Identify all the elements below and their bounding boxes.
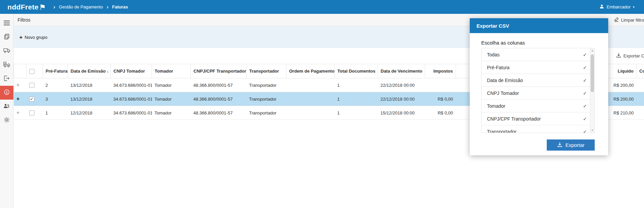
check-icon: ✓ — [583, 78, 587, 83]
column-option-tomador[interactable]: Tomador ✓ — [482, 100, 590, 112]
download-icon — [616, 53, 621, 59]
chevron-down-icon: ▾ — [633, 5, 635, 9]
clear-filter-button[interactable]: Limpar filtro — [614, 14, 644, 26]
download-icon — [557, 142, 563, 149]
truck-cargo-icon — [3, 62, 10, 69]
cell-data-vencimento: 15/12/2018 00:00 — [381, 110, 415, 115]
app-logo[interactable]: nddFrete — [7, 3, 38, 11]
sort-desc-icon: ↓ — [107, 69, 109, 74]
cell-data-vencimento: 22/12/2018 00:00 — [381, 97, 415, 102]
plus-icon: + — [19, 34, 23, 40]
row-checkbox[interactable] — [29, 83, 34, 88]
cell-total-documentos: 1 — [337, 83, 340, 88]
gear-icon — [4, 117, 10, 124]
column-option-pre-fatura[interactable]: Pré-Fatura ✓ — [482, 61, 590, 74]
row-checkbox-checked[interactable]: ✓ — [29, 97, 34, 102]
user-menu-label: Embarcador — [607, 4, 630, 9]
cell-tomador: Tomador — [155, 97, 172, 102]
export-csv-label: Exportar CSV — [623, 53, 644, 58]
expand-row-icon[interactable]: + — [17, 110, 20, 115]
select-all-header[interactable] — [27, 64, 43, 78]
sidebar-item-delivery[interactable] — [0, 58, 13, 72]
cell-data-emissao: 13/12/2018 — [71, 97, 93, 102]
column-option-transportador[interactable]: Transportador ✓ — [482, 125, 590, 133]
column-header-tomador[interactable]: Tomador — [152, 64, 191, 78]
sidebar-item-freight[interactable] — [0, 44, 13, 58]
column-header-cnpj-tomador[interactable]: CNPJ Tomador — [111, 64, 152, 78]
breadcrumb: › Gestão de Pagamento › Faturas — [53, 4, 128, 10]
check-icon: ✓ — [30, 97, 33, 101]
cell-pre-fatura: 1 — [46, 110, 48, 115]
cell-data-emissao: 12/12/2018 — [71, 110, 93, 115]
cell-cnpj-tomador: 34.673.686/0001-01 — [113, 110, 152, 115]
cell-pre-fatura: 2 — [46, 83, 48, 88]
cell-transportador: Transportador — [249, 110, 277, 115]
user-menu[interactable]: Embarcador ▾ — [599, 4, 635, 10]
nddfrete-flag-icon — [40, 4, 45, 10]
expand-row-icon[interactable]: + — [17, 82, 20, 88]
column-option-data-emissao[interactable]: Data de Emissão ✓ — [482, 74, 590, 87]
check-icon: ✓ — [583, 52, 587, 57]
scroll-down-icon[interactable]: ▼ — [590, 128, 594, 133]
column-options-list: Todas ✓ Pré-Fatura ✓ Data de Emissão ✓ C… — [481, 48, 595, 133]
modal-subtitle: Escolha as colunas — [481, 40, 608, 46]
cell-data-emissao: 13/12/2018 — [71, 83, 93, 88]
modal-header: Exportar CSV — [470, 18, 608, 33]
truck-icon — [3, 48, 10, 54]
cell-pre-fatura: 3 — [46, 97, 48, 102]
check-icon: ✓ — [583, 90, 587, 96]
cell-liquido: R$ 200,00 — [614, 97, 634, 102]
breadcrumb-gestao-pagamento[interactable]: Gestão de Pagamento — [59, 4, 103, 9]
new-group-label: Novo grupo — [25, 35, 47, 40]
cell-liquido: R$ 200,00 — [614, 83, 634, 88]
column-header-data-emissao[interactable]: Data de Emissão↓ — [68, 64, 111, 78]
sidebar-item-users[interactable] — [0, 100, 13, 113]
new-group-button[interactable]: + Novo grupo — [19, 34, 47, 40]
column-header-impostos[interactable]: Impostos — [425, 64, 456, 78]
column-option-cnpj-tomador[interactable]: CNPJ Tomador ✓ — [482, 87, 590, 100]
column-option-todas[interactable]: Todas ✓ — [482, 48, 590, 61]
user-icon — [599, 4, 604, 10]
scroll-up-icon[interactable]: ▲ — [590, 48, 594, 53]
column-header-cobranca[interactable]: Cobra — [637, 64, 644, 78]
sidebar-item-menu[interactable] — [0, 17, 13, 30]
column-header-pre-fatura[interactable]: Pré-Fatura — [43, 64, 68, 78]
cell-cnpj-cpf-transportador: 48.366.800/0001-57 — [194, 97, 233, 102]
sidebar-item-payments-active[interactable]: $ — [0, 86, 14, 100]
breadcrumb-faturas[interactable]: Faturas — [112, 4, 128, 9]
column-header-total-documentos[interactable]: Total Documentos — [335, 64, 378, 78]
check-icon: ✓ — [583, 116, 587, 122]
column-header-ordem-pagamento[interactable]: Ordem de Pagamento — [286, 64, 335, 78]
payments-icon: $ — [4, 89, 10, 97]
export-button[interactable]: Exportar — [547, 139, 595, 151]
topbar: nddFrete › Gestão de Pagamento › Faturas… — [0, 0, 644, 14]
expand-column-header — [14, 64, 27, 78]
sidebar-item-export[interactable] — [0, 72, 13, 86]
expand-row-icon[interactable]: + — [17, 96, 20, 102]
breadcrumb-chevron-icon: › — [53, 4, 55, 10]
row-checkbox[interactable] — [29, 110, 34, 115]
cell-impostos: R$ 0,00 — [438, 97, 453, 102]
cell-tomador: Tomador — [155, 83, 172, 88]
cell-cnpj-tomador: 34.673.686/0001-01 — [113, 83, 152, 88]
modal-title: Exportar CSV — [476, 23, 509, 29]
users-icon — [3, 103, 10, 110]
list-scrollbar[interactable]: ▲ ▼ — [590, 48, 594, 133]
column-header-transportador[interactable]: Transportador — [247, 64, 286, 78]
cell-data-vencimento: 22/12/2018 00:00 — [381, 83, 415, 88]
filters-title: Filtros — [18, 17, 30, 23]
select-all-checkbox[interactable] — [29, 69, 34, 74]
sidebar-item-settings[interactable] — [0, 113, 13, 127]
documents-copy-icon — [4, 34, 9, 41]
cell-total-documentos: 1 — [337, 97, 340, 102]
column-header-liquido[interactable]: Líquido — [604, 64, 637, 78]
export-csv-button[interactable]: Exportar CSV — [616, 48, 644, 64]
cell-cnpj-cpf-transportador: 48.366.800/0001-57 — [194, 83, 233, 88]
scrollbar-thumb[interactable] — [591, 54, 594, 92]
column-header-cnpj-cpf-transportador[interactable]: CNPJ/CPF Transportador — [191, 64, 247, 78]
sidebar-item-documents[interactable] — [0, 30, 13, 44]
hamburger-menu-icon — [4, 21, 10, 27]
column-option-cnpj-cpf-transportador[interactable]: CNPJ/CPF Transportador ✓ — [482, 112, 590, 125]
column-header-data-vencimento[interactable]: Data de Vencimento — [378, 64, 425, 78]
cell-tomador: Tomador — [155, 110, 172, 115]
